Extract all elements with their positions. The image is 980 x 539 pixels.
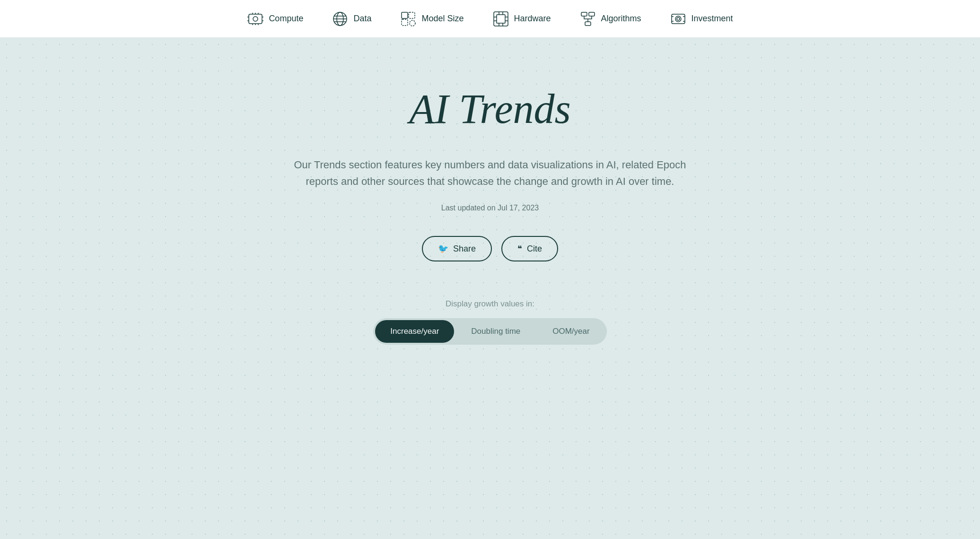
svg-point-7 bbox=[410, 20, 415, 26]
nav-label-investment: Investment bbox=[691, 14, 733, 24]
svg-rect-4 bbox=[402, 12, 408, 18]
svg-point-14 bbox=[675, 16, 681, 22]
svg-rect-9 bbox=[497, 15, 505, 23]
nav-item-algorithms[interactable]: Algorithms bbox=[579, 10, 641, 27]
last-updated: Last updated on Jul 17, 2023 bbox=[441, 204, 539, 212]
data-icon bbox=[332, 10, 349, 27]
svg-rect-13 bbox=[672, 14, 685, 24]
nav-item-investment[interactable]: Investment bbox=[670, 10, 733, 27]
nav-items-list: Compute Data bbox=[247, 10, 733, 27]
svg-rect-11 bbox=[589, 12, 595, 16]
svg-rect-10 bbox=[581, 12, 587, 16]
quote-icon: ❝ bbox=[517, 243, 522, 254]
main-navigation: Compute Data bbox=[0, 0, 980, 38]
svg-rect-6 bbox=[402, 19, 408, 26]
growth-toggle-group: Increase/year Doubling time OOM/year bbox=[373, 318, 606, 345]
svg-rect-5 bbox=[409, 12, 415, 18]
toggle-increase-year[interactable]: Increase/year bbox=[375, 320, 454, 343]
model-size-icon bbox=[400, 10, 417, 27]
growth-display-label: Display growth values in: bbox=[446, 299, 534, 309]
nav-item-hardware[interactable]: Hardware bbox=[492, 10, 551, 27]
nav-label-model-size: Model Size bbox=[421, 14, 464, 24]
nav-label-data: Data bbox=[353, 14, 371, 24]
hero-description: Our Trends section features key numbers … bbox=[277, 156, 703, 190]
nav-label-hardware: Hardware bbox=[514, 14, 551, 24]
algorithms-icon bbox=[579, 10, 596, 27]
investment-icon bbox=[670, 10, 687, 27]
toggle-oom-year[interactable]: OOM/year bbox=[537, 320, 604, 343]
share-label: Share bbox=[453, 244, 476, 254]
twitter-icon: 🐦 bbox=[438, 243, 448, 254]
action-buttons: 🐦 Share ❝ Cite bbox=[422, 236, 558, 261]
cite-label: Cite bbox=[527, 244, 542, 254]
share-button[interactable]: 🐦 Share bbox=[422, 236, 492, 261]
svg-point-1 bbox=[253, 17, 258, 21]
page-title: AI Trends bbox=[409, 85, 570, 133]
hardware-icon bbox=[492, 10, 509, 27]
cite-button[interactable]: ❝ Cite bbox=[501, 236, 558, 261]
nav-item-compute[interactable]: Compute bbox=[247, 10, 303, 27]
toggle-doubling-time[interactable]: Doubling time bbox=[456, 320, 535, 343]
nav-label-algorithms: Algorithms bbox=[601, 14, 641, 24]
svg-rect-8 bbox=[494, 12, 508, 26]
nav-item-model-size[interactable]: Model Size bbox=[400, 10, 464, 27]
hero-section: AI Trends Our Trends section features ke… bbox=[0, 38, 980, 539]
compute-icon bbox=[247, 10, 264, 27]
nav-item-data[interactable]: Data bbox=[332, 10, 371, 27]
nav-label-compute: Compute bbox=[269, 14, 303, 24]
svg-rect-0 bbox=[249, 14, 262, 24]
svg-point-15 bbox=[677, 17, 680, 20]
growth-controls: Display growth values in: Increase/year … bbox=[373, 299, 606, 345]
svg-rect-12 bbox=[585, 22, 591, 26]
